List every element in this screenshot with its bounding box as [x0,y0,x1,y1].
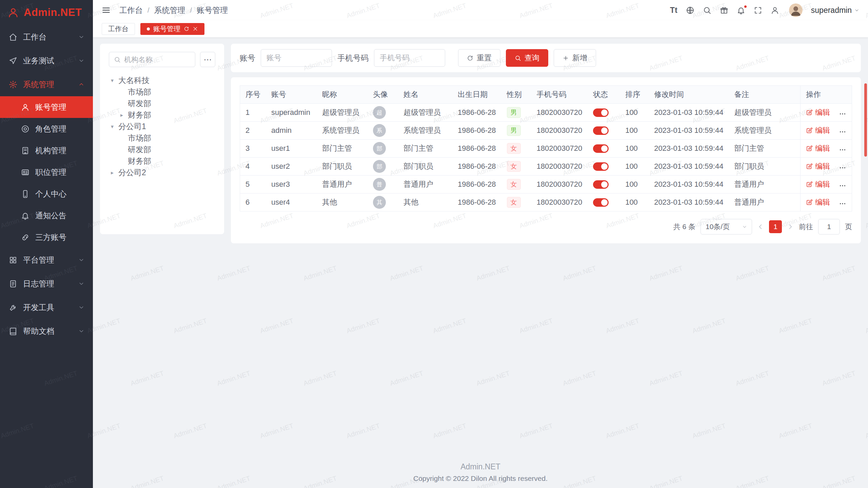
breadcrumb-item-workbench[interactable]: 工作台 [119,5,143,16]
table-row[interactable]: 1 superadmin 超级管理员 超 超级管理员 1986-06-28 男 … [240,104,852,122]
row-avatar: 系 [373,124,386,137]
language-icon[interactable] [686,6,694,15]
account-input[interactable] [261,49,332,67]
cell-modified-time: 2023-01-03 10:59:44 [649,176,729,194]
phone-input[interactable] [374,49,445,67]
breadcrumb-item-system[interactable]: 系统管理 [154,5,185,16]
caret-down-icon[interactable]: ▾ [109,123,116,130]
tree-node[interactable]: 研发部 [109,98,215,109]
cell-avatar: 普 [368,176,398,194]
link-icon [21,233,29,242]
cell-order: 100 [620,158,649,176]
row-more-button[interactable] [839,164,846,171]
status-toggle[interactable] [593,162,609,171]
sidebar-item-org[interactable]: 机构管理 [0,140,93,161]
row-more-button[interactable] [839,128,846,136]
next-page-button[interactable] [787,223,794,230]
sidebar-item-platform[interactable]: 平台管理 [0,248,93,272]
prev-page-button[interactable] [757,223,764,230]
row-more-button[interactable] [839,110,846,118]
cell-modified-time: 2023-01-03 10:59:44 [649,122,729,140]
table-row[interactable]: 5 user3 普通用户 普 普通用户 1986-06-28 女 1802003… [240,176,852,194]
user-menu[interactable]: superadmin [811,6,859,15]
tree-node[interactable]: 市场部 [109,132,215,144]
edit-button[interactable]: 编辑 [806,125,830,136]
footer-title: Admin.NET [93,462,868,471]
tree-node[interactable]: 市场部 [109,86,215,98]
status-toggle[interactable] [593,198,609,207]
sidebar-item-system[interactable]: 系统管理 [0,73,93,96]
account-label: 账号 [240,53,255,63]
status-toggle[interactable] [593,144,609,153]
table-row[interactable]: 3 user1 部门主管 部 部门主管 1986-06-28 女 1802003… [240,140,852,158]
add-button[interactable]: 新增 [554,49,596,67]
sidebar-item-notice[interactable]: 通知公告 [0,205,93,226]
org-more-button[interactable]: ⋯ [200,52,215,67]
sidebar-item-workbench[interactable]: 工作台 [0,25,93,49]
tree-node-group[interactable]: ▾ 大名科技 [109,75,215,86]
caret-right-icon[interactable]: ▸ [109,169,116,176]
edit-button[interactable]: 编辑 [806,179,830,189]
edit-button[interactable]: 编辑 [806,143,830,154]
tree-node[interactable]: 财务部 [109,155,215,167]
sidebar-item-post[interactable]: 职位管理 [0,161,93,183]
theme-icon[interactable] [720,6,728,15]
sidebar-item-label: 业务测试 [23,56,54,66]
search-button[interactable]: 查询 [506,49,548,67]
bell-icon[interactable] [737,6,745,15]
edit-label: 编辑 [815,179,830,189]
tab-account-management[interactable]: 账号管理 [140,23,204,35]
sidebar-item-profile[interactable]: 个人中心 [0,183,93,205]
table-row[interactable]: 4 user2 部门职员 部 部门职员 1986-06-28 女 1802003… [240,158,852,176]
sidebar-item-third-account[interactable]: 三方账号 [0,226,93,248]
avatar[interactable] [789,3,803,17]
refresh-icon[interactable] [184,26,189,32]
logo[interactable]: Admin.NET [0,0,93,25]
status-toggle[interactable] [593,126,609,135]
user-settings-icon[interactable] [771,6,779,15]
caret-down-icon[interactable]: ▾ [109,77,116,84]
hamburger-menu-icon[interactable] [102,6,111,15]
fullscreen-icon[interactable] [754,6,762,15]
tree-node[interactable]: ▸ 财务部 [109,109,215,121]
id-card-icon [21,168,29,177]
close-icon[interactable] [193,26,198,32]
right-column: 账号 手机号码 重置 查询 新增 [231,44,861,243]
row-more-button[interactable] [839,182,846,189]
sex-tag: 女 [507,143,521,154]
sidebar-item-business-test[interactable]: 业务测试 [0,49,93,73]
reset-button[interactable]: 重置 [458,49,500,67]
page-size-select[interactable]: 10条/页 [701,219,752,235]
table-row[interactable]: 2 admin 系统管理员 系 系统管理员 1986-06-28 男 18020… [240,122,852,140]
notification-badge [744,5,747,8]
sidebar-item-logs[interactable]: 日志管理 [0,272,93,296]
tab-workbench[interactable]: 工作台 [102,23,135,35]
row-more-button[interactable] [839,146,846,154]
sidebar-item-devtools[interactable]: 开发工具 [0,296,93,319]
status-toggle[interactable] [593,108,609,117]
status-toggle[interactable] [593,180,609,189]
tree-node[interactable]: 研发部 [109,144,215,155]
tree-node-group[interactable]: ▾ 分公司1 [109,121,215,132]
font-size-icon[interactable]: Tt [670,6,677,14]
sidebar-item-docs[interactable]: 帮助文档 [0,319,93,343]
edit-button[interactable]: 编辑 [806,107,830,118]
sidebar-item-role[interactable]: 角色管理 [0,118,93,140]
caret-right-icon[interactable]: ▸ [118,112,125,118]
current-page[interactable]: 1 [769,220,782,233]
col-name: 姓名 [398,86,452,104]
org-search-input[interactable] [124,56,190,64]
scrollbar-thumb[interactable] [864,83,867,157]
tab-label: 工作台 [108,24,129,34]
sidebar-item-account[interactable]: 账号管理 [0,96,93,118]
table-row[interactable]: 6 user4 其他 其 其他 1986-06-28 女 18020030720… [240,194,852,211]
edit-button[interactable]: 编辑 [806,161,830,171]
search-icon[interactable] [703,6,711,15]
row-more-button[interactable] [839,200,846,207]
edit-button[interactable]: 编辑 [806,197,830,207]
org-search-box [109,52,195,67]
goto-page-input[interactable] [818,219,840,235]
tree-node-group[interactable]: ▸ 分公司2 [109,167,215,178]
cell-name: 部门主管 [398,140,452,158]
cell-actions: 编辑 [800,140,852,158]
